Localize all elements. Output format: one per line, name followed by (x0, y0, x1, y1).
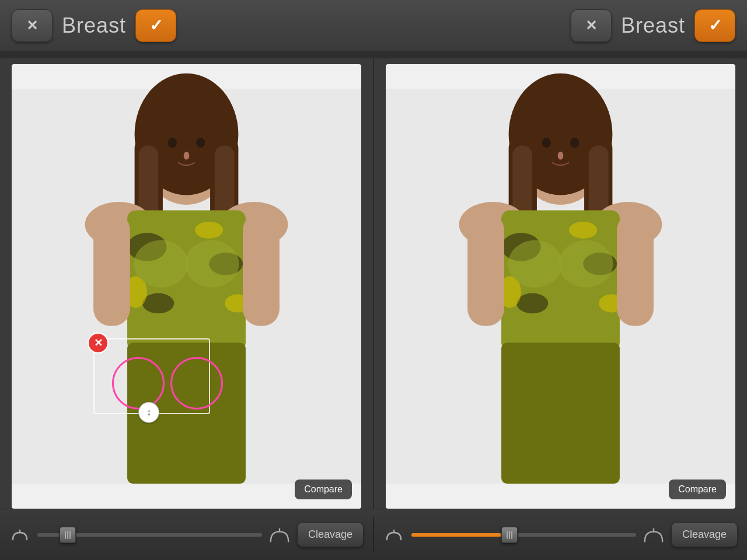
left-confirm-icon: ✓ (149, 16, 163, 35)
right-cancel-button[interactable]: ✕ (571, 9, 612, 42)
left-slider-track[interactable] (37, 533, 262, 537)
svg-point-35 (558, 152, 564, 160)
main-content: ✕ ↕ Compare (0, 58, 747, 509)
delete-icon: ✕ (94, 337, 103, 349)
right-slider-thumb[interactable] (501, 527, 518, 543)
left-person-illustration (12, 64, 361, 509)
svg-point-10 (184, 152, 190, 160)
slider-line-6 (511, 531, 512, 539)
right-image-container: Compare (386, 64, 735, 509)
right-circle-annotation[interactable] (170, 357, 223, 410)
left-bottom-panel: Cleavage (0, 522, 373, 547)
svg-point-34 (570, 138, 579, 148)
left-circle-annotation[interactable] (112, 357, 165, 410)
left-confirm-button[interactable]: ✓ (135, 9, 176, 42)
left-panel-title: Breast (62, 13, 126, 38)
delete-annotation-button[interactable]: ✕ (88, 332, 109, 354)
left-panel: ✕ ↕ Compare (0, 58, 373, 509)
slider-line-2 (67, 531, 68, 539)
svg-point-41 (516, 293, 548, 314)
svg-point-9 (196, 138, 205, 148)
left-breast-small-icon (9, 524, 30, 545)
left-slider-thumb[interactable] (60, 527, 76, 543)
svg-point-20 (134, 240, 189, 288)
slider-line-3 (69, 531, 71, 539)
right-person-illustration (386, 64, 735, 509)
left-panel-controls: ✕ Breast ✓ (12, 9, 374, 42)
resize-icon: ↕ (146, 407, 151, 418)
top-bar: ✕ Breast ✓ ✕ Breast ✓ (0, 0, 747, 51)
svg-point-16 (142, 293, 174, 314)
right-slider-fill (411, 533, 501, 537)
svg-rect-49 (501, 343, 620, 484)
svg-rect-47 (467, 213, 504, 326)
right-compare-button[interactable]: Compare (669, 480, 726, 499)
svg-point-8 (168, 138, 177, 148)
svg-rect-48 (617, 213, 654, 326)
svg-point-42 (569, 222, 597, 239)
left-image-container: ✕ ↕ Compare (12, 64, 361, 509)
right-panel-controls: ✕ Breast ✓ (374, 9, 735, 42)
right-bottom-panel: Cleavage (374, 522, 747, 547)
right-cancel-icon: ✕ (585, 18, 597, 34)
left-slider-lines (65, 531, 71, 539)
svg-point-33 (542, 138, 551, 148)
slider-line-5 (509, 531, 510, 539)
right-confirm-icon: ✓ (708, 16, 722, 35)
svg-point-21 (185, 240, 239, 288)
left-compare-button[interactable]: Compare (295, 480, 352, 499)
slider-line-4 (507, 531, 508, 539)
svg-point-46 (559, 240, 613, 288)
right-panel-title: Breast (621, 13, 685, 38)
left-breast-large-icon (269, 524, 290, 545)
annotation-overlay: ✕ ↕ (82, 327, 216, 426)
left-cancel-button[interactable]: ✕ (12, 9, 53, 42)
resize-handle[interactable]: ↕ (138, 402, 159, 423)
svg-point-17 (195, 222, 223, 239)
right-breast-large-icon (643, 524, 664, 545)
bottom-bar: Cleavage (0, 509, 747, 560)
left-cleavage-button[interactable]: Cleavage (297, 522, 364, 547)
right-confirm-button[interactable]: ✓ (694, 9, 735, 42)
slider-line-1 (65, 531, 66, 539)
right-cleavage-button[interactable]: Cleavage (671, 522, 738, 547)
right-panel: Compare (374, 58, 747, 509)
right-slider-lines (507, 531, 512, 539)
top-divider (0, 51, 747, 58)
svg-rect-22 (93, 213, 130, 326)
right-slider-track[interactable] (411, 533, 636, 537)
svg-rect-23 (243, 213, 280, 326)
svg-point-45 (508, 240, 563, 288)
right-breast-small-icon (383, 524, 404, 545)
left-cancel-icon: ✕ (26, 18, 38, 34)
